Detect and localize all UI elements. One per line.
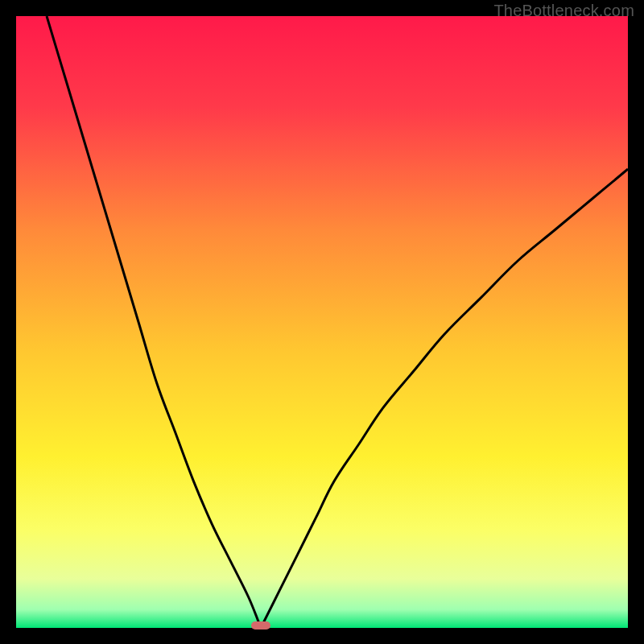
minimum-marker [251,621,270,630]
chart-frame: TheBottleneck.com [0,0,644,644]
curve-left-branch [47,16,261,628]
curve-layer [16,16,628,628]
plot-area [16,16,628,628]
curve-right-branch [261,169,628,628]
